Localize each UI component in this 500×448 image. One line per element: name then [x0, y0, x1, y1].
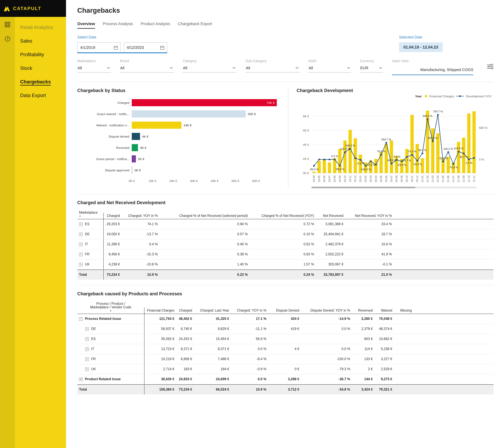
line-marker[interactable]	[473, 157, 475, 159]
line-marker[interactable]	[442, 161, 444, 162]
collapse-icon[interactable]: −	[79, 317, 83, 320]
dropdown-brand[interactable]: All	[120, 65, 174, 73]
line-marker[interactable]	[458, 151, 459, 153]
column-header-charged[interactable]: Charged	[103, 213, 122, 219]
column-header-charged[interactable]: Charged	[176, 307, 194, 314]
tab-product-analysis[interactable]: Product Analysis	[141, 22, 170, 29]
expand-icon[interactable]: +	[85, 357, 89, 361]
financial-charges-bar[interactable]	[472, 111, 476, 173]
line-marker[interactable]	[354, 157, 356, 159]
expand-icon[interactable]: +	[85, 347, 89, 351]
filter-settings-icon[interactable]	[487, 64, 494, 70]
line-marker[interactable]	[391, 163, 392, 164]
line-marker[interactable]	[339, 165, 341, 167]
line-marker[interactable]	[313, 165, 315, 167]
dropdown-asin[interactable]: All	[308, 65, 351, 73]
column-header-process-product-marketplace-vendor-code[interactable]: Process / Product /Marketplace / Vendor …	[77, 301, 144, 314]
column-header-missing[interactable]: Missing	[394, 307, 414, 314]
dropdown-currency[interactable]: EUR	[360, 65, 383, 73]
line-marker[interactable]	[323, 159, 325, 160]
tab-overview[interactable]: Overview	[77, 22, 95, 29]
line-marker[interactable]	[468, 159, 470, 160]
value-cell: 0.10 %	[250, 229, 316, 239]
expand-icon[interactable]: +	[79, 253, 83, 256]
tab-process-analysis[interactable]: Process Analysis	[103, 22, 133, 29]
line-marker[interactable]	[416, 160, 418, 161]
line-marker[interactable]	[401, 160, 403, 162]
line-marker[interactable]	[411, 154, 413, 156]
expand-icon[interactable]: +	[79, 263, 83, 266]
financial-charges-bar[interactable]	[462, 138, 465, 173]
expand-icon[interactable]: +	[85, 367, 89, 371]
line-marker[interactable]	[370, 160, 372, 162]
dropdown-category[interactable]: All	[183, 65, 237, 73]
column-header-dispute-denied-yoy-in[interactable]: Dispute Denied: YOY in %	[301, 307, 352, 314]
status-bar[interactable]	[132, 122, 182, 129]
column-header-net-received-yoy-in[interactable]: Net Received: YOY in %	[345, 213, 394, 219]
legend-year-label[interactable]: Year	[415, 94, 422, 98]
expand-icon[interactable]: +	[79, 232, 83, 236]
expand-icon[interactable]: +	[79, 377, 83, 381]
tab-chargeback-export[interactable]: Chargeback Export	[178, 22, 212, 29]
expand-icon[interactable]: +	[79, 222, 83, 226]
expand-icon[interactable]: +	[85, 337, 89, 341]
financial-charges-bar[interactable]	[312, 172, 316, 173]
help-icon[interactable]: ?	[4, 36, 10, 42]
sidebar-item-data-export[interactable]: Data Export	[20, 93, 64, 98]
line-marker[interactable]	[463, 153, 465, 154]
line-marker[interactable]	[432, 140, 434, 142]
expand-icon[interactable]: +	[79, 242, 83, 246]
status-bar[interactable]	[132, 99, 277, 106]
dropdown-marketplace[interactable]: All	[77, 65, 111, 73]
column-header-charged-of-net-received-yoy[interactable]: Charged % of Net Received (YOY)	[250, 213, 316, 219]
apps-grid-icon[interactable]	[4, 22, 10, 28]
column-header-charged-last-year[interactable]: Charged: Last Year	[194, 307, 231, 314]
line-marker[interactable]	[329, 159, 330, 160]
financial-charges-bar[interactable]	[333, 158, 336, 173]
column-header-net-received[interactable]: Net Received	[316, 213, 345, 219]
financial-charges-bar[interactable]	[416, 144, 419, 173]
line-marker[interactable]	[421, 153, 423, 154]
line-marker[interactable]	[318, 159, 320, 160]
status-bar[interactable]	[132, 155, 136, 162]
sales-view-filter[interactable]: Sales View Manufacturing, Shipped COGS	[392, 59, 473, 75]
chart-scrollbar-thumb[interactable]	[311, 187, 416, 188]
column-header-charged-yoy-in[interactable]: Charged: YOY in %	[122, 213, 160, 219]
status-bar[interactable]	[132, 110, 246, 117]
line-marker[interactable]	[452, 163, 454, 165]
column-header-waived[interactable]: Waived	[374, 307, 394, 314]
column-header-marketplace[interactable]: Marketplace▼	[77, 209, 103, 219]
status-bar[interactable]	[132, 133, 140, 140]
line-marker[interactable]	[360, 159, 361, 161]
line-marker[interactable]	[380, 154, 382, 156]
legend-financial-charges[interactable]: Financial Charges	[429, 94, 454, 98]
column-header-dispute-denied[interactable]: Dispute Denied	[268, 307, 301, 314]
expand-icon[interactable]: +	[85, 327, 89, 331]
column-header-financial-charges[interactable]: Financial Charges	[144, 307, 176, 314]
legend-development-yoy[interactable]: Development YOY	[466, 94, 492, 98]
financial-charges-bar[interactable]	[390, 140, 393, 173]
sidebar-item-sales[interactable]: Sales	[20, 38, 64, 44]
line-marker[interactable]	[437, 114, 439, 116]
sidebar-item-stock[interactable]: Stock	[20, 65, 64, 71]
end-date-input[interactable]: 4/12/2023	[124, 42, 167, 52]
start-date-input[interactable]: 4/1/2019	[77, 42, 121, 52]
line-marker[interactable]	[344, 151, 346, 153]
sidebar-item-chargebacks[interactable]: Chargebacks	[20, 79, 64, 85]
column-header-charged-of-net-received-selected-period[interactable]: Charged % of Net Received (selected peri…	[160, 213, 250, 219]
app-logo[interactable]: CATAPULT	[0, 0, 66, 17]
financial-charges-bar[interactable]	[323, 160, 326, 173]
column-header-reversed[interactable]: Reversed	[352, 307, 374, 314]
financial-charges-bar[interactable]	[328, 162, 331, 173]
line-marker[interactable]	[447, 151, 449, 153]
line-marker[interactable]	[334, 159, 335, 160]
line-marker[interactable]	[406, 156, 408, 158]
column-header-charged-yoy-in[interactable]: Charged: YOY in %	[231, 307, 268, 314]
financial-charges-bar[interactable]	[317, 161, 321, 173]
dropdown-sub-category[interactable]: All	[246, 65, 300, 73]
status-bar[interactable]	[132, 144, 138, 151]
status-bar[interactable]	[132, 167, 132, 174]
sidebar-item-profitability[interactable]: Profitability	[20, 52, 64, 57]
line-marker[interactable]	[385, 142, 387, 144]
line-marker[interactable]	[427, 118, 429, 120]
